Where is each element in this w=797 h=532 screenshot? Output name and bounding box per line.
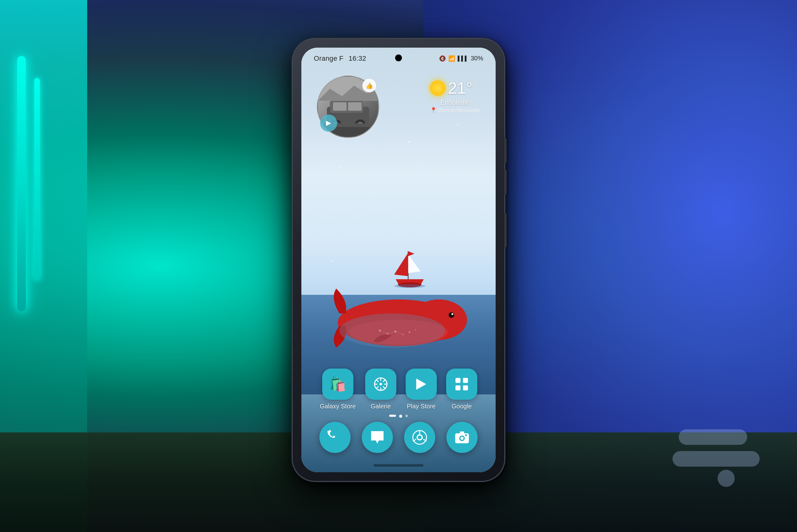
page-dot-2: [399, 415, 402, 418]
story-like-button[interactable]: 👍: [362, 79, 376, 92]
particle: [408, 141, 410, 143]
app-grid: 🛍️ Galaxy Store: [301, 368, 496, 410]
deco-right-1: [679, 429, 747, 445]
phone-screen: 👍 ▶ 21° Ensoleillé 📍 Bonne-Nouvelle: [301, 48, 496, 472]
phone: 👍 ▶ 21° Ensoleillé 📍 Bonne-Nouvelle: [293, 39, 504, 481]
page-dots: [301, 415, 496, 418]
deco-right-2: [672, 451, 760, 467]
svg-point-32: [380, 383, 382, 385]
galaxy-store-icon: 🛍️: [322, 368, 353, 400]
svg-point-47: [418, 436, 421, 439]
silent-icon: 🔇: [439, 55, 446, 62]
volume-down-button[interactable]: [504, 170, 507, 194]
signal-icon: ▌▌▌: [458, 56, 468, 61]
camera-hole: [395, 55, 402, 61]
particle: [369, 196, 371, 197]
svg-line-40: [376, 387, 378, 388]
galerie-label: Galerie: [371, 403, 391, 410]
svg-point-17: [394, 284, 425, 288]
svg-rect-42: [463, 378, 468, 383]
dock-messages-icon[interactable]: [362, 422, 393, 453]
google-label: Google: [452, 403, 472, 410]
power-button[interactable]: [504, 213, 507, 247]
app-play-store[interactable]: Play Store: [406, 368, 437, 410]
svg-rect-41: [455, 378, 460, 383]
neon-bar-left: [17, 56, 26, 311]
page-dot-1: [389, 415, 396, 417]
time: 16:32: [349, 55, 366, 62]
svg-rect-43: [455, 385, 460, 391]
wifi-icon: 📶: [448, 55, 455, 62]
wallpaper: 👍 ▶ 21° Ensoleillé 📍 Bonne-Nouvelle: [301, 48, 496, 472]
story-widget[interactable]: 👍 ▶: [317, 76, 379, 138]
home-indicator[interactable]: [374, 464, 423, 467]
dock-camera-icon[interactable]: [447, 422, 478, 453]
sun-icon: [430, 80, 445, 96]
svg-rect-44: [463, 385, 468, 391]
weather-widget[interactable]: 21° Ensoleillé 📍 Bonne-Nouvelle: [430, 79, 480, 114]
play-store-label: Play Store: [407, 403, 436, 410]
particle: [476, 175, 478, 176]
page-dot-3: [405, 415, 408, 417]
dock: [317, 422, 480, 453]
svg-point-4: [451, 313, 453, 315]
dock-chrome-icon[interactable]: [404, 422, 435, 453]
sailboat: [391, 248, 429, 292]
weather-description: Ensoleillé: [430, 99, 480, 107]
svg-point-3: [449, 312, 454, 318]
svg-point-5: [339, 314, 445, 348]
svg-line-37: [376, 380, 378, 382]
weather-location: 📍 Bonne-Nouvelle: [430, 107, 480, 114]
story-play-button[interactable]: ▶: [320, 115, 337, 132]
battery-indicator: 30%: [471, 55, 483, 62]
weather-temperature: 21°: [430, 79, 480, 97]
neon-bar-left2: [34, 78, 40, 280]
svg-point-53: [460, 437, 463, 440]
app-galaxy-store[interactable]: 🛍️ Galaxy Store: [320, 368, 356, 410]
svg-rect-23: [348, 102, 362, 111]
status-icons: 🔇 📶 ▌▌▌ 30%: [439, 55, 483, 62]
galerie-icon: [365, 368, 396, 400]
svg-rect-54: [460, 432, 464, 434]
play-store-icon: [406, 368, 437, 400]
svg-rect-22: [333, 102, 347, 111]
galaxy-store-label: Galaxy Store: [320, 403, 356, 410]
phone-body: 👍 ▶ 21° Ensoleillé 📍 Bonne-Nouvelle: [293, 39, 504, 481]
particle: [457, 124, 458, 126]
volume-up-button[interactable]: [504, 138, 507, 164]
app-google[interactable]: Google: [446, 368, 477, 410]
app-galerie[interactable]: Galerie: [365, 368, 396, 410]
carrier: Orange F: [314, 55, 343, 62]
particle: [340, 166, 342, 168]
svg-point-11: [415, 329, 416, 330]
dock-phone-icon[interactable]: [319, 422, 350, 453]
svg-point-55: [465, 434, 467, 436]
svg-point-10: [409, 331, 410, 333]
deco-right-3: [718, 470, 735, 487]
svg-line-39: [383, 380, 385, 382]
svg-line-38: [383, 387, 385, 388]
whale-scene: [301, 202, 496, 394]
google-icon: [446, 368, 477, 400]
carrier-time: Orange F 16:32: [314, 55, 366, 62]
